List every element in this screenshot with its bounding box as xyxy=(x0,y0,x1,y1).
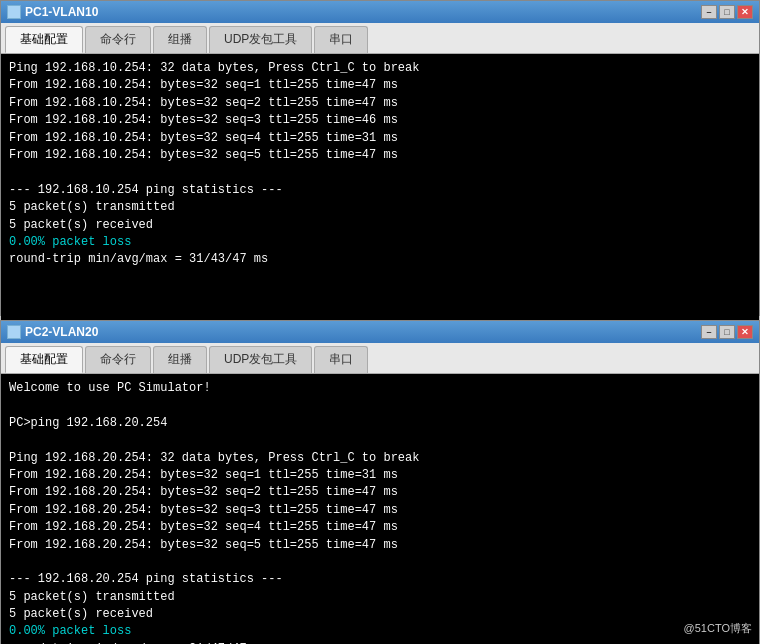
terminal-pc2: Welcome to use PC Simulator! PC>ping 192… xyxy=(1,374,759,644)
watermark: @51CTO博客 xyxy=(684,621,752,636)
titlebar-pc2: PC2-VLAN20 – □ ✕ xyxy=(1,321,759,343)
minimize-btn-2[interactable]: – xyxy=(701,325,717,339)
tab-pc1-multicast[interactable]: 组播 xyxy=(153,26,207,53)
terminal-pc2-blank-0 xyxy=(9,397,751,414)
terminal-pc1-line-7: --- 192.168.10.254 ping statistics --- xyxy=(9,182,751,199)
terminal-pc1-line-10: 0.00% packet loss xyxy=(9,234,751,251)
window2-controls: – □ ✕ xyxy=(701,325,753,339)
terminal-pc2-line-13: 5 packet(s) received xyxy=(9,606,751,623)
terminal-pc2-line-12: 5 packet(s) transmitted xyxy=(9,589,751,606)
terminal-pc1-line-2: From 192.168.10.254: bytes=32 seq=2 ttl=… xyxy=(9,95,751,112)
terminal-pc2-line-2: PC>ping 192.168.20.254 xyxy=(9,415,751,432)
terminal-pc2-blank-1 xyxy=(9,432,751,449)
terminal-pc2-line-7: From 192.168.20.254: bytes=32 seq=3 ttl=… xyxy=(9,502,751,519)
terminal-pc2-blank-2 xyxy=(9,554,751,571)
window-pc2: PC2-VLAN20 – □ ✕ 基础配置 命令行 组播 UDP发包工具 串口 … xyxy=(0,320,760,644)
window1-controls: – □ ✕ xyxy=(701,5,753,19)
terminal-pc1-blank-1 xyxy=(9,164,751,181)
terminal-pc1-line-5: From 192.168.10.254: bytes=32 seq=5 ttl=… xyxy=(9,147,751,164)
tab-pc2-udp[interactable]: UDP发包工具 xyxy=(209,346,312,373)
terminal-pc2-line-11: --- 192.168.20.254 ping statistics --- xyxy=(9,571,751,588)
terminal-pc1-line-1: From 192.168.10.254: bytes=32 seq=1 ttl=… xyxy=(9,77,751,94)
titlebar-pc1: PC1-VLAN10 – □ ✕ xyxy=(1,1,759,23)
close-btn-2[interactable]: ✕ xyxy=(737,325,753,339)
maximize-btn-1[interactable]: □ xyxy=(719,5,735,19)
pc1-title: PC1-VLAN10 xyxy=(25,5,98,19)
terminal-pc1-line-9: 5 packet(s) received xyxy=(9,217,751,234)
tab-pc1-serial[interactable]: 串口 xyxy=(314,26,368,53)
terminal-pc2-line-8: From 192.168.20.254: bytes=32 seq=4 ttl=… xyxy=(9,519,751,536)
terminal-pc2-line-6: From 192.168.20.254: bytes=32 seq=2 ttl=… xyxy=(9,484,751,501)
tab-pc1-basic[interactable]: 基础配置 xyxy=(5,26,83,53)
tab-pc1-cmd[interactable]: 命令行 xyxy=(85,26,151,53)
terminal-pc1-line-0: Ping 192.168.10.254: 32 data bytes, Pres… xyxy=(9,60,751,77)
terminal-pc1-line-4: From 192.168.10.254: bytes=32 seq=4 ttl=… xyxy=(9,130,751,147)
pc1-icon xyxy=(7,5,21,19)
tabbar-pc2: 基础配置 命令行 组播 UDP发包工具 串口 xyxy=(1,343,759,374)
terminal-pc2-line-4: Ping 192.168.20.254: 32 data bytes, Pres… xyxy=(9,450,751,467)
pc2-icon xyxy=(7,325,21,339)
terminal-pc2-line-0: Welcome to use PC Simulator! xyxy=(9,380,751,397)
window-pc1: PC1-VLAN10 – □ ✕ 基础配置 命令行 组播 UDP发包工具 串口 … xyxy=(0,0,760,316)
terminal-pc1-line-3: From 192.168.10.254: bytes=32 seq=3 ttl=… xyxy=(9,112,751,129)
maximize-btn-2[interactable]: □ xyxy=(719,325,735,339)
tab-pc1-udp[interactable]: UDP发包工具 xyxy=(209,26,312,53)
terminal-pc2-line-5: From 192.168.20.254: bytes=32 seq=1 ttl=… xyxy=(9,467,751,484)
minimize-btn-1[interactable]: – xyxy=(701,5,717,19)
titlebar-title-pc1: PC1-VLAN10 xyxy=(7,5,98,19)
tab-pc2-cmd[interactable]: 命令行 xyxy=(85,346,151,373)
pc2-title: PC2-VLAN20 xyxy=(25,325,98,339)
terminal-pc1-line-8: 5 packet(s) transmitted xyxy=(9,199,751,216)
terminal-pc2-line-9: From 192.168.20.254: bytes=32 seq=5 ttl=… xyxy=(9,537,751,554)
terminal-pc1-line-11: round-trip min/avg/max = 31/43/47 ms xyxy=(9,251,751,268)
titlebar-title-pc2: PC2-VLAN20 xyxy=(7,325,98,339)
tab-pc2-multicast[interactable]: 组播 xyxy=(153,346,207,373)
terminal-pc1: Ping 192.168.10.254: 32 data bytes, Pres… xyxy=(1,54,759,321)
tab-pc2-serial[interactable]: 串口 xyxy=(314,346,368,373)
tab-pc2-basic[interactable]: 基础配置 xyxy=(5,346,83,373)
terminal-pc2-line-14: 0.00% packet loss xyxy=(9,623,751,640)
close-btn-1[interactable]: ✕ xyxy=(737,5,753,19)
tabbar-pc1: 基础配置 命令行 组播 UDP发包工具 串口 xyxy=(1,23,759,54)
